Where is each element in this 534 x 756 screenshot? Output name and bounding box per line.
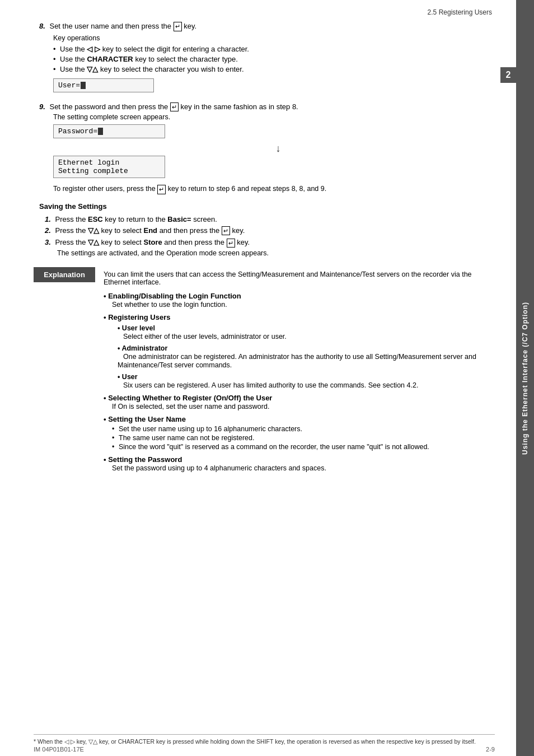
step-8-lcd: User=: [53, 78, 154, 92]
user-level-text: Select either of the user levels, admini…: [118, 333, 287, 340]
enter-key-icon-5: ↵: [227, 239, 235, 248]
user-text: Six users can be registered. A user has …: [118, 381, 418, 389]
chapter-tab-label: Using the Ethernet Interface (/C7 Option…: [521, 301, 529, 454]
user-title: • User: [118, 373, 138, 381]
exp-bullet-5-title: • Setting the Password: [104, 455, 182, 464]
exp-bullet-1-title: • Enabling/Disabling the Login Function: [104, 292, 241, 300]
setting-complete-text: The setting complete screen appears.: [53, 113, 495, 121]
saving-steps: 1. Press the ESC key to return to the Ba…: [45, 215, 495, 257]
footer-note: * When the ◁ ▷ key, ▽△ key, or CHARACTER…: [34, 734, 495, 745]
enter-key-icon-3: ↵: [157, 185, 166, 194]
saving-step-1: 1. Press the ESC key to return to the Ba…: [45, 215, 495, 223]
step-9-number: 9.: [39, 102, 45, 111]
step-8-bullets: Use the ◁ ▷ key to select the digit for …: [53, 45, 495, 73]
saving-step-2-num: 2.: [45, 226, 51, 235]
chapter-number-text: 2: [506, 70, 511, 80]
section-title: 2.5 Registering Users: [428, 8, 492, 16]
page-footer: IM 04P01B01-17E 2-9: [34, 746, 495, 753]
enter-key-icon-4: ↵: [222, 226, 230, 235]
step-8-bullet-3: Use the ▽△ key to select the character y…: [53, 65, 495, 73]
step-9-lcd-password: Password=: [53, 124, 165, 138]
step-8: 8. Set the user name and then press the …: [34, 22, 495, 96]
cursor-block-2: [98, 128, 103, 135]
saving-settings-section: Saving the Settings 1. Press the ESC key…: [34, 202, 495, 257]
key-operations-label: Key operations: [53, 34, 495, 42]
user-name-list-1: Set the user name using up to 16 alphanu…: [112, 425, 495, 433]
step-8-bullet-2: Use the CHARACTER key to select the char…: [53, 55, 495, 63]
saving-settings-title: Saving the Settings: [39, 202, 495, 211]
saving-step-3-num: 3.: [45, 238, 51, 246]
saving-step-3: 3. Press the ▽△ key to select Store and …: [45, 238, 495, 248]
exp-bullet-5-text: Set the password using up to 4 alphanume…: [104, 464, 326, 472]
exp-bullet-2: • Registering Users • User level Select …: [95, 313, 495, 389]
exp-bullet-3-title: • Selecting Whether to Register (On/Off)…: [104, 394, 272, 402]
user-name-list-3: Since the word "quit" is reserved as a c…: [112, 443, 495, 451]
footer-note-text: * When the ◁ ▷ key, ▽△ key, or CHARACTER…: [34, 738, 476, 745]
saving-step-3-sub: The settings are activated, and the Oper…: [57, 249, 495, 257]
enter-key-icon-2: ↵: [170, 102, 179, 111]
explanation-section: Explanation You can limit the users that…: [34, 267, 495, 477]
exp-bullet-3-text: If On is selected, set the user name and…: [104, 403, 269, 410]
exp-sub-bullet-user: • User Six users can be registered. A us…: [104, 372, 495, 389]
step-9-register-note: To register other users, press the ↵ key…: [53, 185, 495, 194]
step-9-lcd-complete: Ethernet loginSetting complete: [53, 156, 165, 178]
step-8-bullet-1: Use the ◁ ▷ key to select the digit for …: [53, 45, 495, 53]
footer-left: IM 04P01B01-17E: [34, 746, 84, 753]
cursor-block-1: [81, 82, 86, 89]
saving-step-1-num: 1.: [45, 215, 51, 223]
exp-bullet-4-title: • Setting the User Name: [104, 415, 186, 423]
explanation-label: Explanation: [34, 267, 95, 282]
exp-bullet-3: • Selecting Whether to Register (On/Off)…: [95, 394, 495, 410]
user-name-list: Set the user name using up to 16 alphanu…: [104, 425, 495, 451]
chapter-tab: Using the Ethernet Interface (/C7 Option…: [516, 0, 534, 756]
step-8-number: 8.: [39, 22, 45, 30]
exp-bullet-1: • Enabling/Disabling the Login Function …: [95, 292, 495, 309]
section-header: 2.5 Registering Users: [34, 8, 495, 16]
user-level-title: • User level: [118, 324, 155, 332]
chapter-number: 2: [500, 67, 516, 83]
explanation-intro: You can limit the users that can access …: [104, 270, 495, 286]
saving-step-2: 2. Press the ▽△ key to select End and th…: [45, 226, 495, 236]
exp-bullet-4: • Setting the User Name Set the user nam…: [95, 415, 495, 451]
arrow-down-icon: ↓: [62, 143, 495, 155]
exp-sub-bullet-admin: • Administrator One administrator can be…: [104, 344, 495, 369]
admin-text: One administrator can be registered. An …: [118, 353, 476, 369]
exp-bullet-2-title: • Registering Users: [104, 313, 170, 321]
step-9: 9. Set the password and then press the ↵…: [34, 102, 495, 194]
exp-bullet-1-text: Set whether to use the login function.: [104, 301, 227, 309]
footer-right: 2-9: [486, 746, 495, 753]
admin-title: • Administrator: [118, 344, 167, 352]
user-name-list-2: The same user name can not be registered…: [112, 434, 495, 442]
exp-bullet-5: • Setting the Password Set the password …: [95, 455, 495, 472]
explanation-content: You can limit the users that can access …: [95, 267, 495, 477]
exp-sub-bullet-user-level: • User level Select either of the user l…: [104, 324, 495, 340]
enter-key-icon: ↵: [174, 22, 182, 31]
step-9-text: 9. Set the password and then press the ↵…: [39, 102, 495, 112]
step-8-text: 8. Set the user name and then press the …: [39, 22, 495, 31]
